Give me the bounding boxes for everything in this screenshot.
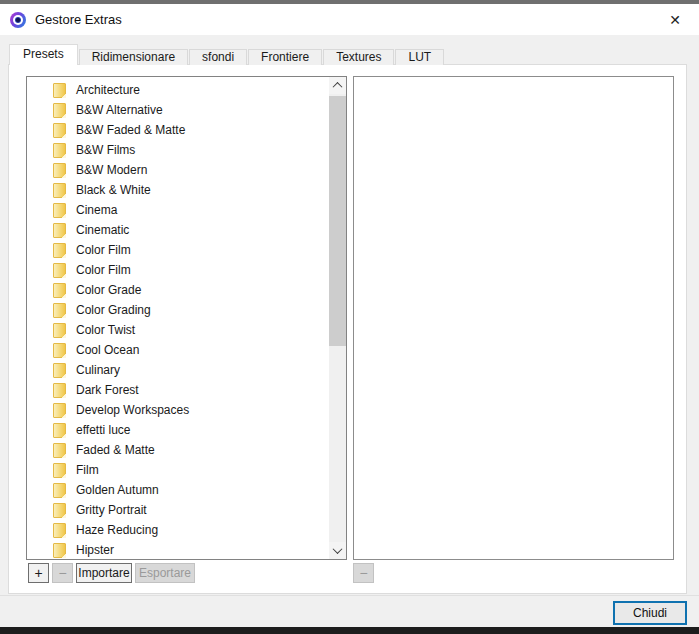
folder-icon (53, 343, 66, 358)
close-dialog-button[interactable]: Chiudi (613, 601, 687, 625)
folder-icon (53, 443, 66, 458)
folder-icon (53, 543, 66, 558)
tab[interactable]: LUT (395, 49, 444, 65)
list-item[interactable]: Hipster (27, 540, 329, 559)
scrollbar-thumb[interactable] (329, 96, 346, 346)
list-item[interactable]: B&W Faded & Matte (27, 120, 329, 140)
tab[interactable]: Ridimensionare (79, 49, 188, 65)
folder-icon (53, 383, 66, 398)
scroll-up-icon[interactable] (329, 77, 346, 94)
folder-icon (53, 483, 66, 498)
list-item[interactable]: Haze Reducing (27, 520, 329, 540)
tab[interactable]: Presets (9, 44, 78, 65)
list-item[interactable]: Color Grade (27, 280, 329, 300)
folder-name: B&W Alternative (76, 103, 163, 117)
list-item[interactable]: Color Film (27, 260, 329, 280)
list-item[interactable]: Color Grading (27, 300, 329, 320)
list-item[interactable]: Black & White (27, 180, 329, 200)
tab[interactable]: Textures (323, 49, 394, 65)
list-item[interactable]: Film (27, 460, 329, 480)
list-item[interactable]: Culinary (27, 360, 329, 380)
dialog-window: Gestore Extras ✕ Presets Ridimensionare … (0, 0, 699, 634)
folder-name: Gritty Portrait (76, 503, 147, 517)
folder-icon (53, 423, 66, 438)
folder-rows: Architecture B&W Alternative B&W Faded &… (27, 77, 329, 559)
folder-name: Cinema (76, 203, 117, 217)
remove-preset-button: − (353, 563, 374, 583)
folder-name: B&W Films (76, 143, 135, 157)
tab[interactable]: sfondi (189, 49, 247, 65)
titlebar[interactable]: Gestore Extras ✕ (0, 4, 699, 35)
preset-folder-list[interactable]: Architecture B&W Alternative B&W Faded &… (26, 76, 347, 560)
presets-tab-page: Architecture B&W Alternative B&W Faded &… (8, 64, 687, 594)
folder-name: Dark Forest (76, 383, 139, 397)
folder-name: Haze Reducing (76, 523, 158, 537)
list-item[interactable]: Develop Workspaces (27, 400, 329, 420)
folder-name: B&W Faded & Matte (76, 123, 185, 137)
folder-name: Color Grade (76, 283, 141, 297)
folder-name: Culinary (76, 363, 120, 377)
folder-icon (53, 183, 66, 198)
folder-icon (53, 263, 66, 278)
folder-name: Cinematic (76, 223, 129, 237)
list-item[interactable]: Cool Ocean (27, 340, 329, 360)
remove-folder-button: − (52, 563, 73, 583)
close-icon[interactable]: ✕ (659, 6, 691, 33)
partial-folder-row[interactable] (27, 558, 329, 560)
folder-name: Color Film (76, 263, 131, 277)
list-item[interactable]: Color Twist (27, 320, 329, 340)
folder-icon (53, 283, 66, 298)
list-item[interactable]: B&W Alternative (27, 100, 329, 120)
dialog-footer: Chiudi (0, 595, 699, 627)
export-button: Esportare (135, 563, 195, 583)
list-scrollbar[interactable] (329, 77, 346, 559)
folder-icon (53, 203, 66, 218)
folder-icon (53, 123, 66, 138)
folder-name: Color Film (76, 243, 131, 257)
folder-icon (53, 503, 66, 518)
list-item[interactable]: Gritty Portrait (27, 500, 329, 520)
app-logo-icon (10, 12, 26, 28)
folder-icon (53, 463, 66, 478)
folder-name: Faded & Matte (76, 443, 155, 457)
folder-icon (53, 523, 66, 538)
folder-name: Architecture (76, 83, 140, 97)
folder-name: Film (76, 463, 99, 477)
folder-name: Golden Autumn (76, 483, 159, 497)
folder-icon (53, 243, 66, 258)
scroll-down-icon[interactable] (329, 542, 346, 559)
import-button[interactable]: Importare (76, 563, 132, 583)
tab-bar: Presets Ridimensionare sfondi Frontiere … (9, 44, 445, 65)
list-item[interactable]: Architecture (27, 80, 329, 100)
list-item[interactable]: Golden Autumn (27, 480, 329, 500)
preset-detail-panel[interactable] (353, 76, 674, 560)
folder-name: Color Grading (76, 303, 151, 317)
list-item[interactable]: effetti luce (27, 420, 329, 440)
tab[interactable]: Frontiere (248, 49, 322, 65)
folder-icon (53, 403, 66, 418)
folder-name: B&W Modern (76, 163, 147, 177)
list-item[interactable]: Cinema (27, 200, 329, 220)
add-folder-button[interactable]: + (28, 563, 49, 583)
list-item[interactable]: B&W Films (27, 140, 329, 160)
list-item[interactable]: Faded & Matte (27, 440, 329, 460)
folder-icon (53, 323, 66, 338)
list-item[interactable]: Dark Forest (27, 380, 329, 400)
folder-name: Black & White (76, 183, 151, 197)
folder-name: Develop Workspaces (76, 403, 189, 417)
list-item[interactable]: B&W Modern (27, 160, 329, 180)
folder-name: Color Twist (76, 323, 135, 337)
folder-icon (53, 83, 66, 98)
folder-icon (53, 163, 66, 178)
folder-icon (53, 363, 66, 378)
folder-icon (53, 303, 66, 318)
folder-icon (53, 143, 66, 158)
folder-icon (53, 103, 66, 118)
folder-name: Hipster (76, 543, 114, 557)
list-item[interactable]: Cinematic (27, 220, 329, 240)
list-item[interactable]: Color Film (27, 240, 329, 260)
folder-name: Cool Ocean (76, 343, 139, 357)
folder-icon (53, 223, 66, 238)
folder-name: effetti luce (76, 423, 130, 437)
window-title: Gestore Extras (35, 12, 122, 27)
